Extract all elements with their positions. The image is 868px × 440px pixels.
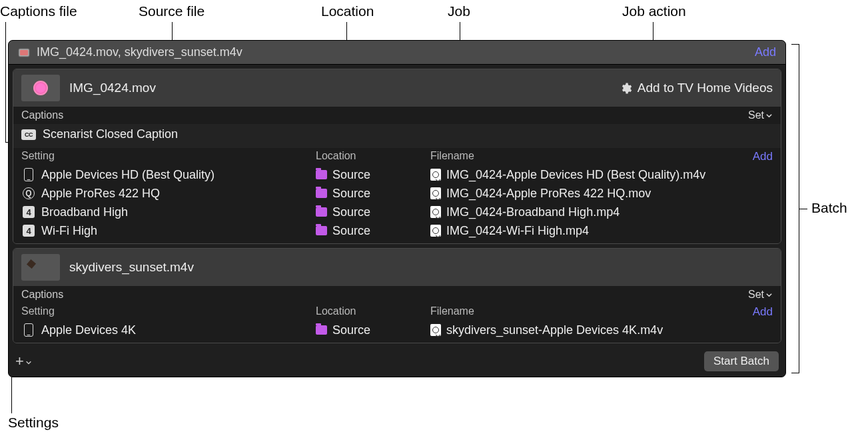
captions-set-button[interactable]: Set xyxy=(748,109,773,121)
job-source-file: skydivers_sunset.m4v xyxy=(69,260,194,275)
folder-icon xyxy=(316,226,327,235)
folder-icon xyxy=(316,189,327,198)
captions-bar: Captions Set xyxy=(13,286,781,303)
annotation-batch: Batch xyxy=(811,200,847,216)
settings-row[interactable]: 4Broadband High Source IMG_0424-Broadban… xyxy=(13,203,781,221)
filename-text: IMG_0424-Apple Devices HD (Best Quality)… xyxy=(446,168,705,182)
col-setting: Setting xyxy=(21,305,316,319)
chevron-down-icon xyxy=(25,359,32,366)
annotation-job: Job xyxy=(448,3,470,19)
batch-header: IMG_0424.mov, skydivers_sunset.m4v Add xyxy=(9,41,785,65)
folder-icon xyxy=(316,325,327,335)
folder-icon xyxy=(316,207,327,217)
annotation-job-action: Job action xyxy=(622,3,686,19)
settings-add-button[interactable]: Add xyxy=(753,150,773,163)
settings-table-header: Setting Location Filename Add xyxy=(13,148,781,165)
captions-bar: Captions Set xyxy=(13,107,781,124)
captions-file-name: Scenarist Closed Caption xyxy=(43,127,178,141)
captions-label: Captions xyxy=(21,109,63,121)
col-location: Location xyxy=(316,305,430,319)
panel-footer: + Start Batch xyxy=(9,347,785,377)
job-thumbnail xyxy=(21,75,60,101)
start-batch-button[interactable]: Start Batch xyxy=(704,351,779,371)
file-icon xyxy=(430,169,441,181)
chevron-down-icon xyxy=(765,112,773,119)
job: skydivers_sunset.m4v Captions Set Settin… xyxy=(13,248,781,343)
settings-row[interactable]: Apple Devices HD (Best Quality) Source I… xyxy=(13,165,781,184)
gear-icon xyxy=(620,82,632,95)
location-name: Source xyxy=(332,187,370,201)
annotation-location: Location xyxy=(321,3,374,19)
settings-add-button[interactable]: Add xyxy=(753,305,773,319)
filename-text: IMG_0424-Broadband High.mp4 xyxy=(446,205,620,219)
mp4-icon: 4 xyxy=(21,205,36,219)
plus-icon: + xyxy=(15,353,24,370)
closed-caption-icon: CC xyxy=(21,129,36,140)
filename-text: skydivers_sunset-Apple Devices 4K.m4v xyxy=(446,323,663,337)
col-filename: Filename xyxy=(430,150,753,163)
annotation-source-file: Source file xyxy=(139,3,205,19)
file-icon xyxy=(430,187,441,199)
job: IMG_0424.mov Add to TV Home Videos Capti… xyxy=(13,69,781,244)
setting-name: Apple Devices HD (Best Quality) xyxy=(41,168,215,182)
job-header[interactable]: IMG_0424.mov Add to TV Home Videos xyxy=(13,69,781,107)
file-icon xyxy=(430,324,441,336)
captions-set-button[interactable]: Set xyxy=(748,289,773,301)
location-name: Source xyxy=(332,224,370,238)
prores-icon: Q xyxy=(21,186,36,201)
folder-icon xyxy=(316,170,327,179)
captions-file-row[interactable]: CC Scenarist Closed Caption xyxy=(13,124,781,148)
job-source-file: IMG_0424.mov xyxy=(69,81,156,95)
setting-name: Broadband High xyxy=(41,205,128,219)
file-icon xyxy=(430,206,441,218)
batch-panel: IMG_0424.mov, skydivers_sunset.m4v Add I… xyxy=(8,40,786,377)
filename-text: IMG_0424-Apple ProRes 422 HQ.mov xyxy=(446,187,651,201)
location-name: Source xyxy=(332,323,370,337)
annotation-captions-file: Captions file xyxy=(0,3,77,19)
batch-title: IMG_0424.mov, skydivers_sunset.m4v xyxy=(37,45,242,59)
setting-name: Apple ProRes 422 HQ xyxy=(41,187,160,201)
col-location: Location xyxy=(316,150,430,163)
settings-table-header: Setting Location Filename Add xyxy=(13,303,781,321)
device-icon xyxy=(21,323,36,337)
settings-row[interactable]: Apple Devices 4K Source skydivers_sunset… xyxy=(13,321,781,343)
annotation-settings: Settings xyxy=(8,415,59,431)
job-action[interactable]: Add to TV Home Videos xyxy=(620,81,773,95)
batch-icon xyxy=(18,47,30,59)
setting-name: Wi-Fi High xyxy=(41,224,97,238)
job-thumbnail xyxy=(21,254,60,281)
settings-row[interactable]: 4Wi-Fi High Source IMG_0424-Wi-Fi High.m… xyxy=(13,221,781,243)
captions-label: Captions xyxy=(21,289,63,301)
setting-name: Apple Devices 4K xyxy=(41,323,136,337)
col-filename: Filename xyxy=(430,305,753,319)
add-menu-button[interactable]: + xyxy=(15,353,32,370)
svg-rect-1 xyxy=(20,50,28,55)
job-action-label: Add to TV Home Videos xyxy=(638,81,773,95)
mp4-icon: 4 xyxy=(21,223,36,238)
chevron-down-icon xyxy=(765,291,773,299)
settings-row[interactable]: QApple ProRes 422 HQ Source IMG_0424-App… xyxy=(13,184,781,203)
file-icon xyxy=(430,225,441,237)
location-name: Source xyxy=(332,168,370,182)
batch-add-button[interactable]: Add xyxy=(755,45,776,59)
job-header[interactable]: skydivers_sunset.m4v xyxy=(13,249,781,286)
col-setting: Setting xyxy=(21,150,316,163)
filename-text: IMG_0424-Wi-Fi High.mp4 xyxy=(446,224,589,238)
device-icon xyxy=(21,167,36,182)
location-name: Source xyxy=(332,205,370,219)
